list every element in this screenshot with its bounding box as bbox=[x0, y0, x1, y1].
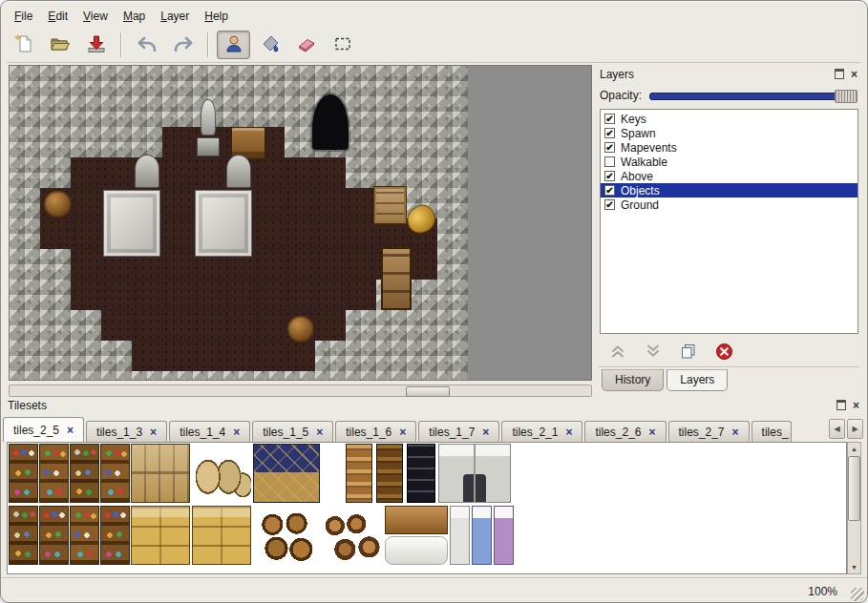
map-tile[interactable] bbox=[407, 127, 437, 157]
map-tile[interactable] bbox=[254, 188, 285, 218]
map-tile[interactable] bbox=[315, 188, 346, 218]
undo-button[interactable] bbox=[130, 31, 163, 59]
map-tile[interactable] bbox=[285, 249, 315, 280]
map-tile[interactable] bbox=[71, 188, 101, 218]
menu-file[interactable]: File bbox=[7, 8, 40, 25]
map-tile[interactable] bbox=[376, 127, 407, 157]
map-tile[interactable] bbox=[407, 157, 437, 188]
layer-row-ground[interactable]: ✔Ground bbox=[601, 198, 857, 212]
map-tile[interactable] bbox=[40, 96, 71, 127]
map-tile[interactable] bbox=[346, 96, 376, 127]
map-tile[interactable] bbox=[71, 66, 101, 96]
tileset-tab-tiles_2_5[interactable]: tiles_2_5× bbox=[3, 417, 84, 442]
opacity-slider[interactable] bbox=[649, 89, 857, 102]
map-tile[interactable] bbox=[132, 310, 162, 341]
palette-tile-black[interactable] bbox=[407, 444, 435, 503]
map-tile[interactable] bbox=[132, 96, 162, 127]
tileset-tab-tiles_[interactable]: tiles_ bbox=[752, 421, 792, 442]
map-tile[interactable] bbox=[407, 371, 437, 381]
map-tile[interactable] bbox=[71, 157, 101, 188]
map-tile[interactable] bbox=[193, 310, 223, 341]
dock-tab-history[interactable]: History bbox=[602, 369, 664, 391]
map-tile[interactable] bbox=[40, 66, 71, 96]
map-tile[interactable] bbox=[10, 310, 40, 341]
tileset-tab-tiles_1_4[interactable]: tiles_1_4× bbox=[169, 421, 250, 442]
map-tile[interactable] bbox=[376, 157, 407, 188]
map-tile[interactable] bbox=[346, 157, 376, 188]
map-tile[interactable] bbox=[223, 280, 254, 310]
redo-button[interactable] bbox=[166, 31, 200, 59]
palette-tile-stone[interactable] bbox=[438, 444, 511, 503]
map-tile[interactable] bbox=[315, 280, 346, 310]
map-tile[interactable] bbox=[162, 96, 193, 127]
map-tile[interactable] bbox=[254, 310, 285, 341]
map-tile[interactable] bbox=[40, 127, 71, 157]
map-canvas[interactable] bbox=[10, 66, 468, 381]
palette-tile-bed-blue[interactable] bbox=[472, 506, 492, 565]
map-tile[interactable] bbox=[193, 341, 223, 371]
tab-close-icon[interactable]: × bbox=[648, 426, 655, 438]
map-tile[interactable] bbox=[346, 66, 376, 96]
layer-visibility-checkbox[interactable]: ✔ bbox=[604, 199, 615, 210]
map-tile[interactable] bbox=[285, 188, 315, 218]
eraser-tool-button[interactable] bbox=[289, 31, 323, 59]
map-tile[interactable] bbox=[10, 249, 40, 280]
map-tile[interactable] bbox=[101, 280, 132, 310]
map-tile[interactable] bbox=[132, 371, 162, 381]
map-tile[interactable] bbox=[132, 127, 162, 157]
map-tile[interactable] bbox=[437, 249, 468, 280]
map-tile[interactable] bbox=[40, 280, 71, 310]
map-tile[interactable] bbox=[132, 280, 162, 310]
map-tile[interactable] bbox=[346, 249, 376, 280]
menu-edit[interactable]: Edit bbox=[40, 8, 75, 25]
palette-tile-sacks[interactable] bbox=[192, 444, 251, 503]
map-tile[interactable] bbox=[437, 66, 468, 96]
palette-tile-crate-yellow[interactable] bbox=[131, 506, 190, 565]
tileset-tab-tiles_2_1[interactable]: tiles_2_1× bbox=[501, 421, 582, 442]
palette-tile-shelf3[interactable] bbox=[9, 506, 38, 565]
palette-tile-ladder[interactable] bbox=[346, 444, 372, 503]
layer-row-walkable[interactable]: Walkable bbox=[601, 155, 857, 169]
map-tile[interactable] bbox=[346, 341, 376, 371]
tileset-tab-tiles_1_6[interactable]: tiles_1_6× bbox=[335, 421, 416, 442]
map-tile[interactable] bbox=[40, 249, 71, 280]
map-tile[interactable] bbox=[285, 280, 315, 310]
layer-row-objects[interactable]: ✔Objects bbox=[601, 183, 857, 198]
tab-close-icon[interactable]: × bbox=[565, 426, 572, 438]
tileset-tab-tiles_1_5[interactable]: tiles_1_5× bbox=[252, 421, 333, 442]
map-tile[interactable] bbox=[101, 127, 132, 157]
map-tile[interactable] bbox=[40, 310, 71, 341]
palette-tile-shelf2[interactable] bbox=[100, 444, 130, 503]
palette-tile-crate[interactable] bbox=[131, 444, 190, 503]
map-tile[interactable] bbox=[346, 188, 376, 218]
map-tile[interactable] bbox=[254, 249, 285, 280]
tileset-tab-tiles_1_7[interactable]: tiles_1_7× bbox=[418, 421, 499, 442]
map-tile[interactable] bbox=[376, 371, 407, 381]
tab-close-icon[interactable]: × bbox=[482, 426, 489, 438]
map-tile[interactable] bbox=[101, 310, 132, 341]
tab-close-icon[interactable]: × bbox=[233, 426, 240, 438]
palette-tile-ladder-dark[interactable] bbox=[376, 444, 403, 503]
menu-map[interactable]: Map bbox=[116, 8, 153, 25]
palette-tile-bed-white[interactable] bbox=[450, 506, 470, 565]
palette-tile-mattress[interactable] bbox=[385, 536, 448, 565]
float-panel-icon[interactable] bbox=[836, 400, 846, 410]
map-tile[interactable] bbox=[254, 341, 285, 371]
map-tile[interactable] bbox=[346, 218, 376, 249]
map-tile[interactable] bbox=[285, 218, 315, 249]
map-tile[interactable] bbox=[223, 66, 254, 96]
map-tile[interactable] bbox=[101, 341, 132, 371]
map-tile[interactable] bbox=[285, 371, 315, 381]
vertical-scrollbar-thumb[interactable] bbox=[848, 456, 860, 521]
map-tile[interactable] bbox=[71, 310, 101, 341]
layer-visibility-checkbox[interactable]: ✔ bbox=[604, 171, 615, 181]
map-tile[interactable] bbox=[193, 371, 223, 381]
resize-grip[interactable] bbox=[851, 588, 864, 601]
layer-visibility-checkbox[interactable]: ✔ bbox=[604, 142, 615, 153]
map-tile[interactable] bbox=[407, 341, 437, 371]
palette-tile-bed-purple[interactable] bbox=[494, 506, 514, 565]
map-tile[interactable] bbox=[162, 280, 193, 310]
layer-move-up-button[interactable] bbox=[606, 342, 629, 361]
layer-row-keys[interactable]: ✔Keys bbox=[601, 112, 857, 126]
layer-delete-button[interactable] bbox=[712, 342, 735, 361]
